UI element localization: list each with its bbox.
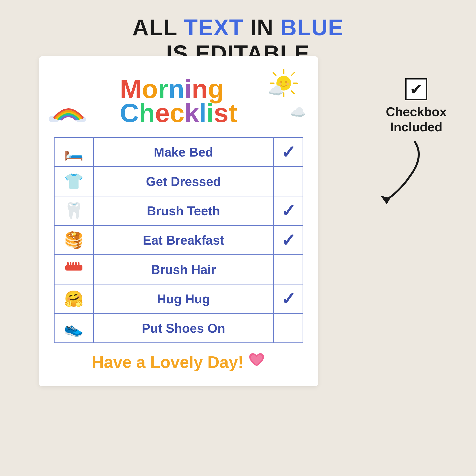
svg-rect-21 [72,262,74,266]
banner-text-all: All [132,15,184,40]
icon-brush-hair [54,255,93,284]
cloud-top-icon: ☁️ [268,83,284,98]
banner-line1: All TEXT IN BLUE [0,15,476,41]
footer-text: Have a Lovely Day! [54,352,303,372]
icon-make-bed: 🛏️ [54,137,93,167]
footer-message: Have a Lovely Day! [92,353,248,371]
banner-text-in: IN [243,15,280,40]
checklist-word: Checklist [120,100,237,126]
checklist-card: Morning Checklist [39,56,318,386]
label-brush-teeth: Brush Teeth [93,196,274,225]
card-title: Morning Checklist [54,68,303,127]
cloud-bottom-icon: ☁️ [290,105,306,120]
table-row: 👕 Get Dressed [54,167,303,196]
check-eat-breakfast: ✓ [274,225,303,255]
check-brush-hair [274,255,303,284]
icon-eat-breakfast: 🥞 [54,225,93,255]
svg-rect-23 [78,262,80,266]
svg-point-15 [285,81,287,83]
svg-rect-19 [67,262,69,266]
check-put-shoes-on [274,314,303,343]
check-hug-hug: ✓ [274,284,303,314]
heart-icon [248,352,265,372]
label-eat-breakfast: Eat Breakfast [93,225,274,255]
icon-hug-hug: 🤗 [54,284,93,314]
svg-point-14 [280,81,282,83]
table-row: Brush Hair [54,255,303,284]
table-row: 🛏️ Make Bed ✓ [54,137,303,167]
label-get-dressed: Get Dressed [93,167,274,196]
label-brush-hair: Brush Hair [93,255,274,284]
page-container: All TEXT IN BLUE IS EDITABLE ✔ Checkbox … [0,0,476,476]
table-row: 🤗 Hug Hug ✓ [54,284,303,314]
svg-line-11 [291,73,294,75]
svg-line-10 [291,91,294,94]
table-row: 👟 Put Shoes On [54,314,303,343]
svg-rect-20 [70,262,71,266]
arrow-icon [366,137,425,205]
table-row: 🥞 Eat Breakfast ✓ [54,225,303,255]
table-row: 🦷 Brush Teeth ✓ [54,196,303,225]
rainbow-icon [49,98,88,127]
check-make-bed: ✓ [274,137,303,167]
label-hug-hug: Hug Hug [93,284,274,314]
title-text-block: Morning Checklist [120,68,237,126]
banner-text-blue: BLUE [280,15,343,40]
checkbox-label: Checkbox Included [386,104,447,135]
svg-line-9 [273,73,276,75]
icon-brush-teeth: 🦷 [54,196,93,225]
checklist-table: 🛏️ Make Bed ✓ 👕 Get Dressed 🦷 Brush Teet… [54,137,303,343]
check-get-dressed [274,167,303,196]
icon-put-shoes-on: 👟 [54,314,93,343]
svg-point-17 [287,83,289,85]
label-put-shoes-on: Put Shoes On [93,314,274,343]
checkbox-symbol: ✔ [405,78,427,100]
check-brush-teeth: ✓ [274,196,303,225]
checkbox-note: ✔ Checkbox Included [386,78,447,135]
label-make-bed: Make Bed [93,137,274,167]
svg-rect-22 [75,262,77,266]
icon-get-dressed: 👕 [54,167,93,196]
svg-rect-18 [65,265,83,271]
banner-text-text: TEXT [184,15,243,40]
